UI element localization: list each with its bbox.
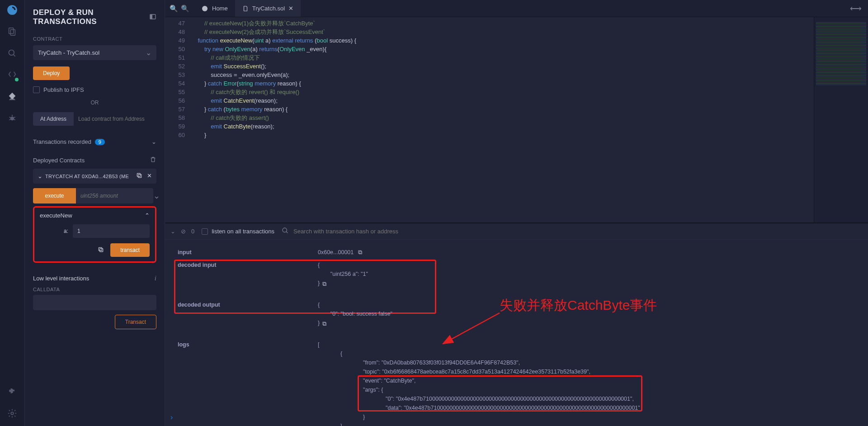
execute-fn-button[interactable]: execute [33, 188, 76, 204]
at-address-input[interactable] [74, 112, 156, 126]
at-address-button[interactable]: At Address [33, 112, 74, 126]
icon-rail [0, 0, 25, 426]
svg-point-17 [202, 6, 208, 11]
tx-count-badge: 9 [95, 139, 105, 145]
publish-ipfs-checkbox[interactable] [33, 86, 40, 93]
executeNew-label: executeNew [40, 212, 72, 219]
svg-line-19 [286, 232, 288, 233]
copy-icon[interactable]: ⧉ [358, 249, 362, 256]
svg-rect-12 [150, 14, 152, 19]
listen-label: listen on all transactions [212, 228, 274, 235]
logo-icon[interactable] [6, 4, 19, 16]
compile-success-badge [14, 77, 19, 82]
info-icon[interactable]: i [155, 275, 156, 282]
svg-line-6 [9, 117, 10, 118]
terminal-toggle-icon[interactable]: ⌄ [170, 228, 175, 235]
trash-icon[interactable] [150, 156, 156, 164]
chevron-down-icon: ⌄ [38, 173, 42, 180]
close-instance-icon[interactable]: ✕ [147, 172, 152, 180]
svg-line-9 [14, 119, 15, 120]
panel-title: DEPLOY & RUN TRANSACTIONS [33, 8, 149, 26]
compiler-icon[interactable] [6, 69, 19, 81]
copy-icon[interactable]: ⧉ [322, 281, 326, 287]
terminal-body[interactable]: input 0x60e...00001⧉ decoded input { "ui… [165, 240, 868, 426]
svg-line-7 [14, 117, 15, 118]
instance-name: TRYCATCH AT 0XDA0...42B53 (ME [45, 174, 136, 179]
tabs-bar: 🔍 🔍 Home TryCatch.sol ✕ ⟷ [165, 0, 868, 17]
svg-line-3 [14, 55, 15, 57]
or-divider: OR [33, 99, 156, 106]
svg-rect-0 [9, 28, 14, 34]
expand-execute-icon[interactable]: ⌄ [153, 191, 160, 201]
deploy-panel: DEPLOY & RUN TRANSACTIONS CONTRACT TryCa… [25, 0, 165, 426]
tab-home[interactable]: Home [194, 0, 235, 17]
execute-fn-input[interactable] [76, 188, 153, 204]
svg-rect-16 [99, 247, 102, 251]
svg-rect-15 [100, 248, 103, 251]
svg-rect-14 [137, 173, 140, 176]
code-editor[interactable]: 4748495051525354555657585960 // executeN… [165, 17, 868, 222]
search-icon[interactable] [6, 47, 19, 60]
svg-rect-1 [10, 29, 15, 35]
search-icon[interactable] [282, 227, 289, 236]
transact-button[interactable]: transact [110, 243, 150, 257]
close-tab-icon[interactable]: ✕ [288, 5, 293, 12]
lli-transact-button[interactable]: Transact [115, 315, 156, 329]
transactions-recorded-row[interactable]: Transactions recorded 9 ⌄ [25, 132, 165, 151]
terminal-panel: ⌄ ⊘ 0 listen on all transactions i [165, 222, 868, 426]
file-explorer-icon[interactable] [6, 25, 19, 38]
terminal-prompt-icon[interactable]: › [170, 413, 173, 421]
svg-rect-13 [138, 175, 142, 178]
minimap[interactable] [814, 17, 868, 222]
tx-recorded-label: Transactions recorded [33, 138, 91, 145]
copy-address-icon[interactable] [136, 172, 142, 180]
calldata-label: CALLDATA [33, 287, 156, 292]
terminal-search-input[interactable] [293, 228, 472, 235]
deployed-contracts-label: Deployed Contracts [33, 157, 85, 164]
svg-point-18 [283, 228, 287, 232]
tab-trycatch[interactable]: TryCatch.sol ✕ [235, 0, 301, 17]
zoom-in-icon[interactable]: 🔍 [170, 5, 178, 13]
chevron-down-icon: ⌄ [151, 138, 156, 145]
calldata-input[interactable] [33, 295, 156, 310]
contract-select[interactable]: TryCatch - TryCatch.sol [33, 45, 156, 60]
debugger-icon[interactable] [6, 112, 19, 125]
copy-calldata-icon[interactable] [98, 246, 104, 254]
param-a-label: a: [40, 228, 68, 234]
listen-checkbox[interactable] [202, 228, 208, 235]
svg-line-8 [9, 119, 10, 120]
collapse-executeNew-icon[interactable]: ⌃ [145, 212, 150, 219]
executeNew-expanded: executeNew ⌃ a: transact [33, 206, 156, 263]
param-a-input[interactable] [73, 224, 150, 238]
maximize-editor-icon[interactable]: ⟷ [844, 4, 868, 14]
svg-point-2 [9, 50, 14, 56]
contract-label: CONTRACT [33, 36, 156, 42]
zoom-out-icon[interactable]: 🔍 [181, 5, 189, 13]
plugin-icon[interactable] [6, 385, 19, 398]
contract-instance-header[interactable]: ⌄ TRYCATCH AT 0XDA0...42B53 (ME ✕ [33, 169, 156, 184]
lli-title: Low level interactions [33, 275, 89, 282]
copy-icon[interactable]: ⧉ [322, 321, 326, 327]
panel-collapse-icon[interactable] [149, 13, 156, 22]
publish-ipfs-label: Publish to IPFS [43, 86, 84, 93]
deploy-button[interactable]: Deploy [33, 66, 70, 80]
svg-point-10 [11, 412, 14, 415]
pending-count: 0 [191, 228, 194, 235]
svg-point-4 [10, 117, 14, 120]
clear-terminal-icon[interactable]: ⊘ [181, 228, 186, 235]
settings-icon[interactable] [6, 407, 19, 420]
deploy-icon[interactable] [6, 90, 19, 103]
